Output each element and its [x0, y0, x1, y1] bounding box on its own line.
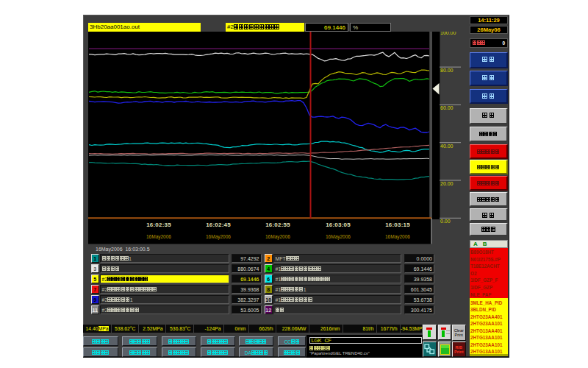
svg-text:16May2006: 16May2006	[265, 234, 290, 240]
svg-text:16May2006: 16May2006	[385, 234, 410, 240]
svg-text:0.00: 0.00	[440, 219, 451, 224]
svg-text:16May2006: 16May2006	[146, 234, 171, 240]
svg-text:60.00: 60.00	[440, 105, 453, 110]
svg-text:16:03:05: 16:03:05	[326, 222, 351, 228]
svg-text:16:02:45: 16:02:45	[206, 222, 231, 228]
svg-text:40.00: 40.00	[440, 144, 453, 149]
svg-text:80.00: 80.00	[440, 68, 453, 73]
svg-text:16:02:35: 16:02:35	[146, 222, 171, 228]
svg-text:16May2006: 16May2006	[206, 234, 231, 240]
svg-text:20.00: 20.00	[440, 181, 453, 186]
svg-text:16May2006: 16May2006	[326, 234, 351, 240]
svg-text:100.00: 100.00	[440, 32, 456, 35]
svg-text:16:03:15: 16:03:15	[385, 222, 410, 228]
svg-text:16:02:55: 16:02:55	[265, 222, 290, 228]
